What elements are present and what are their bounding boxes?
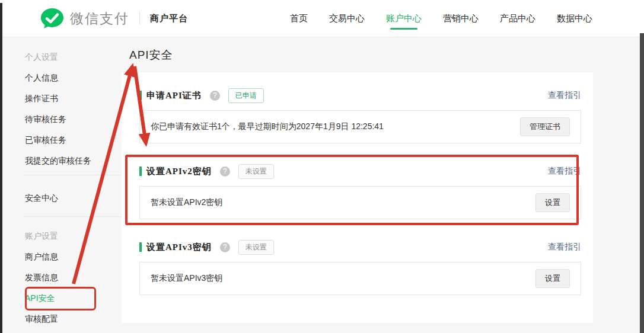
nav-product-center[interactable]: 产品中心 — [499, 1, 537, 37]
nav-account-center[interactable]: 账户中心 — [385, 1, 423, 37]
green-bar-icon — [139, 91, 142, 100]
top-header: 微信支付 商户平台 首页 交易中心 账户中心 营销中心 产品中心 数据中心 — [0, 0, 644, 37]
help-icon[interactable]: ? — [220, 242, 230, 252]
sidebar-section-personal-settings: 个人设置 — [25, 52, 58, 63]
card-header: 申请API证书 ? 已申请 查看指引 — [139, 89, 581, 102]
logo-divider — [139, 12, 140, 25]
card-header: 设置APIv3密钥 ? 未设置 查看指引 — [139, 241, 581, 254]
set-apiv3-key-button[interactable]: 设置 — [535, 269, 570, 288]
apiv3-key-status-text: 暂未设置APIv3密钥 — [151, 273, 222, 284]
sidebar-item-invoice-info[interactable]: 发票信息 — [25, 273, 58, 283]
nav-marketing-center[interactable]: 营销中心 — [442, 1, 480, 37]
sidebar-item-review-config[interactable]: 审核配置 — [25, 314, 58, 325]
wechat-pay-logo-icon — [40, 8, 64, 29]
sidebar-item-my-submitted-review[interactable]: 我提交的审核任务 — [25, 156, 91, 166]
sidebar-divider — [24, 216, 122, 217]
sidebar-item-reviewed[interactable]: 已审核任务 — [25, 135, 66, 146]
view-guide-link[interactable]: 查看指引 — [548, 242, 581, 252]
help-icon[interactable]: ? — [210, 91, 220, 101]
page-title: API安全 — [129, 47, 173, 63]
sidebar-item-security-center[interactable]: 安全中心 — [25, 193, 58, 204]
sidebar-item-personal-info[interactable]: 个人信息 — [25, 73, 58, 84]
card-apply-api-cert: 申请API证书 ? 已申请 查看指引 你已申请有效证书1个，最早过期时间为202… — [139, 89, 581, 143]
nav-data-center[interactable]: 数据中心 — [556, 1, 594, 37]
nav-transaction-center[interactable]: 交易中心 — [328, 1, 366, 37]
nav-home[interactable]: 首页 — [289, 1, 309, 37]
card-body: 暂未设置APIv3密钥 设置 — [139, 262, 581, 295]
wechat-pay-logo[interactable]: 微信支付 商户平台 — [40, 0, 188, 37]
view-guide-link[interactable]: 查看指引 — [548, 90, 581, 101]
sidebar-item-operation-cert[interactable]: 操作证书 — [25, 94, 58, 104]
status-badge: 已申请 — [228, 88, 264, 103]
annotation-box-sidebar-api-security — [25, 287, 96, 310]
card-set-apiv3-key: 设置APIv3密钥 ? 未设置 查看指引 暂未设置APIv3密钥 设置 — [139, 241, 581, 295]
screenshot-edge-right — [640, 33, 644, 333]
status-badge: 未设置 — [238, 240, 274, 255]
top-nav: 首页 交易中心 账户中心 营销中心 产品中心 数据中心 — [289, 0, 594, 37]
card-title: 申请API证书 — [146, 90, 202, 101]
card-body: 你已申请有效证书1个，最早过期时间为2027年1月9日 12:25:41 管理证… — [139, 110, 581, 143]
sidebar-divider — [24, 175, 122, 175]
cert-status-text: 你已申请有效证书1个，最早过期时间为2027年1月9日 12:25:41 — [151, 121, 384, 132]
logo-wordmark: 微信支付 — [70, 9, 129, 28]
merchant-platform-page: 微信支付 商户平台 首页 交易中心 账户中心 营销中心 产品中心 数据中心 个人… — [0, 0, 644, 333]
card-title: 设置APIv3密钥 — [146, 242, 212, 253]
green-bar-icon — [139, 242, 142, 252]
annotation-box-apiv2-card — [125, 155, 579, 225]
manage-cert-button[interactable]: 管理证书 — [520, 117, 570, 136]
screenshot-edge-left — [0, 3, 2, 333]
sidebar-item-pending-review[interactable]: 待审核任务 — [25, 114, 66, 125]
platform-label: 商户平台 — [150, 13, 188, 24]
sidebar-item-merchant-info[interactable]: 商户信息 — [25, 252, 58, 262]
sidebar-section-account-settings: 账户设置 — [25, 231, 58, 242]
